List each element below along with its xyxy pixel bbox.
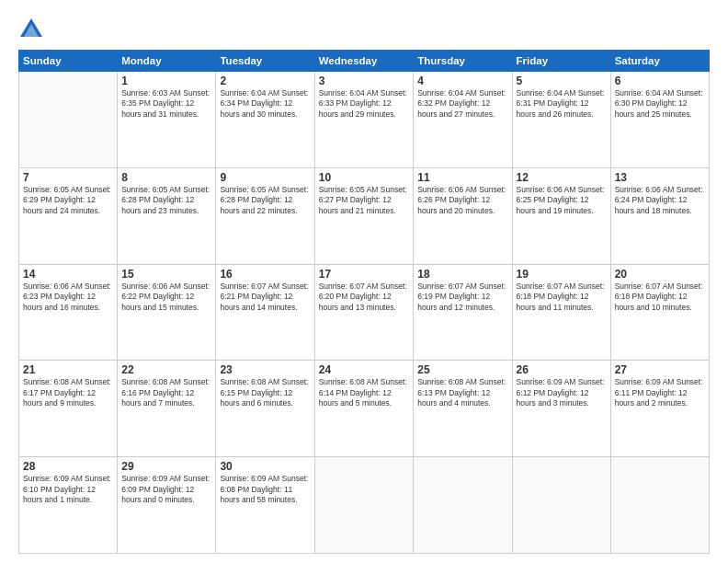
day-number: 19 (517, 268, 607, 281)
calendar-cell: 24Sunrise: 6:08 AM Sunset: 6:14 PM Dayli… (314, 361, 414, 457)
day-detail: Sunrise: 6:08 AM Sunset: 6:15 PM Dayligh… (220, 377, 310, 408)
day-number: 3 (319, 75, 410, 87)
day-number: 27 (615, 363, 705, 376)
day-number: 22 (121, 363, 211, 376)
calendar-cell: 16Sunrise: 6:07 AM Sunset: 6:21 PM Dayli… (216, 264, 314, 361)
day-detail: Sunrise: 6:08 AM Sunset: 6:17 PM Dayligh… (23, 377, 113, 408)
calendar-cell: 17Sunrise: 6:07 AM Sunset: 6:20 PM Dayli… (314, 264, 414, 361)
calendar-cell: 12Sunrise: 6:06 AM Sunset: 6:25 PM Dayli… (512, 167, 610, 264)
calendar: SundayMondayTuesdayWednesdayThursdayFrid… (18, 50, 710, 554)
calendar-cell: 18Sunrise: 6:07 AM Sunset: 6:19 PM Dayli… (414, 264, 512, 361)
day-detail: Sunrise: 6:05 AM Sunset: 6:28 PM Dayligh… (220, 185, 310, 216)
calendar-cell: 28Sunrise: 6:09 AM Sunset: 6:10 PM Dayli… (19, 457, 118, 554)
logo (18, 17, 48, 42)
day-number: 7 (23, 171, 113, 184)
calendar-cell: 26Sunrise: 6:09 AM Sunset: 6:12 PM Dayli… (512, 361, 610, 457)
day-number: 29 (121, 460, 211, 473)
weekday-header: Monday (118, 51, 216, 72)
calendar-cell: 14Sunrise: 6:06 AM Sunset: 6:23 PM Dayli… (19, 264, 118, 361)
calendar-cell: 2Sunrise: 6:04 AM Sunset: 6:34 PM Daylig… (216, 72, 314, 168)
day-detail: Sunrise: 6:04 AM Sunset: 6:34 PM Dayligh… (220, 88, 310, 120)
calendar-cell: 5Sunrise: 6:04 AM Sunset: 6:31 PM Daylig… (512, 72, 610, 168)
day-detail: Sunrise: 6:09 AM Sunset: 6:10 PM Dayligh… (23, 474, 113, 505)
weekday-header: Saturday (610, 51, 709, 72)
calendar-row: 21Sunrise: 6:08 AM Sunset: 6:17 PM Dayli… (19, 361, 710, 457)
weekday-header: Tuesday (216, 51, 314, 72)
day-number: 12 (517, 171, 607, 184)
day-detail: Sunrise: 6:07 AM Sunset: 6:21 PM Dayligh… (220, 282, 310, 313)
calendar-row: 28Sunrise: 6:09 AM Sunset: 6:10 PM Dayli… (19, 457, 710, 554)
day-number: 17 (319, 268, 410, 281)
day-number: 5 (517, 75, 607, 87)
calendar-cell: 29Sunrise: 6:09 AM Sunset: 6:09 PM Dayli… (118, 457, 216, 554)
calendar-row: 14Sunrise: 6:06 AM Sunset: 6:23 PM Dayli… (19, 264, 710, 361)
day-detail: Sunrise: 6:05 AM Sunset: 6:27 PM Dayligh… (319, 185, 410, 216)
calendar-cell (19, 72, 118, 168)
calendar-cell: 7Sunrise: 6:05 AM Sunset: 6:29 PM Daylig… (19, 167, 118, 264)
calendar-cell: 20Sunrise: 6:07 AM Sunset: 6:18 PM Dayli… (610, 264, 709, 361)
day-number: 28 (23, 460, 113, 473)
day-detail: Sunrise: 6:04 AM Sunset: 6:31 PM Dayligh… (517, 88, 607, 120)
weekday-header: Wednesday (314, 51, 414, 72)
day-number: 18 (417, 268, 507, 281)
day-detail: Sunrise: 6:07 AM Sunset: 6:18 PM Dayligh… (517, 282, 607, 313)
calendar-cell: 30Sunrise: 6:09 AM Sunset: 6:08 PM Dayli… (216, 457, 314, 554)
calendar-cell (610, 457, 709, 554)
day-number: 2 (220, 75, 310, 87)
calendar-cell: 27Sunrise: 6:09 AM Sunset: 6:11 PM Dayli… (610, 361, 709, 457)
day-number: 25 (417, 363, 507, 376)
day-detail: Sunrise: 6:07 AM Sunset: 6:20 PM Dayligh… (319, 282, 410, 313)
day-number: 24 (319, 363, 410, 376)
day-number: 15 (121, 268, 211, 281)
day-detail: Sunrise: 6:04 AM Sunset: 6:33 PM Dayligh… (319, 88, 410, 120)
day-detail: Sunrise: 6:08 AM Sunset: 6:13 PM Dayligh… (417, 377, 507, 408)
day-detail: Sunrise: 6:05 AM Sunset: 6:28 PM Dayligh… (121, 185, 211, 216)
day-number: 6 (615, 75, 705, 87)
calendar-cell (414, 457, 512, 554)
calendar-cell: 22Sunrise: 6:08 AM Sunset: 6:16 PM Dayli… (118, 361, 216, 457)
day-detail: Sunrise: 6:03 AM Sunset: 6:35 PM Dayligh… (121, 88, 211, 120)
day-number: 21 (23, 363, 113, 376)
calendar-cell: 19Sunrise: 6:07 AM Sunset: 6:18 PM Dayli… (512, 264, 610, 361)
calendar-row: 1Sunrise: 6:03 AM Sunset: 6:35 PM Daylig… (19, 72, 710, 168)
day-detail: Sunrise: 6:06 AM Sunset: 6:24 PM Dayligh… (615, 185, 705, 216)
page: SundayMondayTuesdayWednesdayThursdayFrid… (0, 0, 728, 563)
day-detail: Sunrise: 6:06 AM Sunset: 6:22 PM Dayligh… (121, 282, 211, 313)
day-number: 11 (417, 171, 507, 184)
day-number: 16 (220, 268, 310, 281)
day-number: 26 (517, 363, 607, 376)
day-number: 8 (121, 171, 211, 184)
day-detail: Sunrise: 6:06 AM Sunset: 6:23 PM Dayligh… (23, 282, 113, 313)
day-number: 20 (615, 268, 705, 281)
calendar-cell: 15Sunrise: 6:06 AM Sunset: 6:22 PM Dayli… (118, 264, 216, 361)
header (18, 17, 710, 42)
logo-icon (18, 17, 44, 42)
calendar-header-row: SundayMondayTuesdayWednesdayThursdayFrid… (19, 51, 710, 72)
day-detail: Sunrise: 6:05 AM Sunset: 6:29 PM Dayligh… (23, 185, 113, 216)
day-number: 1 (121, 75, 211, 87)
calendar-cell: 8Sunrise: 6:05 AM Sunset: 6:28 PM Daylig… (118, 167, 216, 264)
day-detail: Sunrise: 6:09 AM Sunset: 6:11 PM Dayligh… (615, 377, 705, 408)
day-detail: Sunrise: 6:09 AM Sunset: 6:12 PM Dayligh… (517, 377, 607, 408)
calendar-cell (512, 457, 610, 554)
day-detail: Sunrise: 6:04 AM Sunset: 6:30 PM Dayligh… (615, 88, 705, 120)
day-number: 14 (23, 268, 113, 281)
calendar-row: 7Sunrise: 6:05 AM Sunset: 6:29 PM Daylig… (19, 167, 710, 264)
weekday-header: Friday (512, 51, 610, 72)
calendar-cell: 3Sunrise: 6:04 AM Sunset: 6:33 PM Daylig… (314, 72, 414, 168)
calendar-cell: 25Sunrise: 6:08 AM Sunset: 6:13 PM Dayli… (414, 361, 512, 457)
day-detail: Sunrise: 6:09 AM Sunset: 6:08 PM Dayligh… (220, 474, 310, 505)
calendar-cell: 23Sunrise: 6:08 AM Sunset: 6:15 PM Dayli… (216, 361, 314, 457)
day-detail: Sunrise: 6:09 AM Sunset: 6:09 PM Dayligh… (121, 474, 211, 505)
day-number: 23 (220, 363, 310, 376)
day-number: 13 (615, 171, 705, 184)
calendar-cell: 21Sunrise: 6:08 AM Sunset: 6:17 PM Dayli… (19, 361, 118, 457)
day-detail: Sunrise: 6:06 AM Sunset: 6:26 PM Dayligh… (417, 185, 507, 216)
calendar-cell: 9Sunrise: 6:05 AM Sunset: 6:28 PM Daylig… (216, 167, 314, 264)
day-detail: Sunrise: 6:06 AM Sunset: 6:25 PM Dayligh… (517, 185, 607, 216)
calendar-cell: 11Sunrise: 6:06 AM Sunset: 6:26 PM Dayli… (414, 167, 512, 264)
day-detail: Sunrise: 6:07 AM Sunset: 6:18 PM Dayligh… (615, 282, 705, 313)
calendar-cell: 6Sunrise: 6:04 AM Sunset: 6:30 PM Daylig… (610, 72, 709, 168)
weekday-header: Sunday (19, 51, 118, 72)
day-detail: Sunrise: 6:08 AM Sunset: 6:14 PM Dayligh… (319, 377, 410, 408)
